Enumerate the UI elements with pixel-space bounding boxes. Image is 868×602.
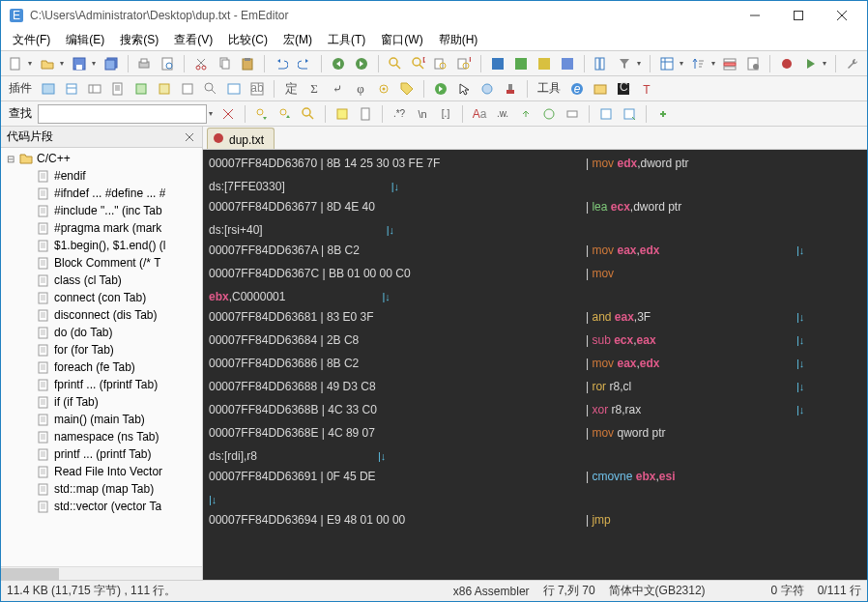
- inc-icon[interactable]: [515, 103, 536, 125]
- tree-item[interactable]: for (for Tab): [1, 341, 202, 358]
- wrap-search-icon[interactable]: [538, 103, 560, 125]
- tag-icon[interactable]: [396, 78, 418, 100]
- save-all-icon[interactable]: [101, 53, 122, 74]
- columns-icon[interactable]: [591, 53, 612, 74]
- menu-tools[interactable]: 工具(T): [320, 30, 373, 50]
- plugin-icon[interactable]: [177, 78, 198, 100]
- cursor-icon[interactable]: [453, 78, 475, 100]
- escape-icon[interactable]: \n: [412, 103, 433, 125]
- case-icon[interactable]: Aa: [469, 103, 490, 125]
- redo-icon[interactable]: [294, 53, 315, 74]
- cut-icon[interactable]: [190, 53, 212, 74]
- sort-icon[interactable]: [688, 53, 709, 74]
- play-icon[interactable]: [799, 53, 821, 74]
- menu-macro[interactable]: 宏(M): [275, 30, 320, 50]
- plugin-icon[interactable]: [107, 78, 129, 100]
- search-input[interactable]: [38, 104, 207, 124]
- dedupe-icon[interactable]: [719, 53, 740, 74]
- record-icon[interactable]: [776, 53, 797, 74]
- menu-view[interactable]: 查看(V): [166, 30, 220, 50]
- sigma-icon[interactable]: Σ: [304, 78, 325, 100]
- dropdown-icon[interactable]: ▾: [92, 59, 99, 68]
- tree-item[interactable]: disconnect (dis Tab): [1, 306, 202, 324]
- bookmark-icon[interactable]: [595, 103, 617, 125]
- tree-item[interactable]: class (cl Tab): [1, 272, 202, 289]
- close-button[interactable]: [820, 1, 863, 30]
- tree-item[interactable]: do (do Tab): [1, 324, 202, 341]
- close-search-icon[interactable]: [217, 103, 239, 125]
- find-icon[interactable]: [385, 53, 406, 74]
- regex-icon[interactable]: .*?: [389, 103, 410, 125]
- print-icon[interactable]: [134, 53, 156, 74]
- phi-icon[interactable]: φ: [350, 78, 371, 100]
- tree-item[interactable]: connect (con Tab): [1, 289, 202, 306]
- find-files-icon[interactable]: [431, 53, 452, 74]
- forward-icon[interactable]: [351, 53, 372, 74]
- code-editor[interactable]: 00007FF84DD63670 | 8B 14 25 30 03 FE 7F|…: [203, 150, 867, 580]
- tree-item[interactable]: namespace (ns Tab): [1, 428, 202, 445]
- status-lang[interactable]: x86 Assembler: [453, 585, 530, 598]
- tree-item[interactable]: std::vector (vector Ta: [1, 498, 202, 515]
- plugin-icon[interactable]: ab: [246, 78, 268, 100]
- tree-item[interactable]: #pragma mark (mark: [1, 219, 202, 237]
- cmd-icon[interactable]: C:\: [613, 78, 634, 100]
- tree-folder[interactable]: ⊟C/C++: [1, 150, 202, 167]
- new-icon[interactable]: [5, 53, 26, 74]
- menu-help[interactable]: 帮助(H): [431, 30, 486, 50]
- undo-icon[interactable]: [271, 53, 292, 74]
- doc-icon[interactable]: [355, 103, 376, 125]
- paste-icon[interactable]: [237, 53, 258, 74]
- tree-item[interactable]: $1.begin(), $1.end() (l: [1, 237, 202, 254]
- advanced-icon[interactable]: [652, 103, 674, 125]
- tab-dup[interactable]: dup.txt: [207, 128, 275, 149]
- bullet-icon[interactable]: [373, 78, 394, 100]
- tree-item[interactable]: Read File Into Vector: [1, 463, 202, 480]
- wrench-icon[interactable]: [842, 53, 863, 74]
- dropdown-icon[interactable]: ▾: [711, 59, 718, 68]
- replace-icon[interactable]: b: [408, 53, 429, 74]
- open-icon[interactable]: [37, 53, 58, 74]
- define-icon[interactable]: 定: [280, 78, 302, 100]
- menu-window[interactable]: 窗口(W): [373, 30, 430, 50]
- tree-item[interactable]: if (if Tab): [1, 393, 202, 411]
- tree-item[interactable]: #include "..." (inc Tab: [1, 202, 202, 219]
- tree-item[interactable]: main() (main Tab): [1, 411, 202, 428]
- dropdown-icon[interactable]: ▾: [209, 109, 216, 118]
- marker-green-icon[interactable]: [510, 53, 532, 74]
- plugin-icon[interactable]: [38, 78, 59, 100]
- dropdown-icon[interactable]: ▾: [60, 59, 67, 68]
- explorer-icon[interactable]: [590, 78, 611, 100]
- panel-close-icon[interactable]: [183, 130, 196, 144]
- dropdown-icon[interactable]: ▾: [28, 59, 35, 68]
- word-icon[interactable]: .w.: [492, 103, 513, 125]
- replace-files-icon[interactable]: b: [453, 53, 475, 74]
- tree-item[interactable]: #ifndef ... #define ... #: [1, 185, 202, 202]
- menu-search[interactable]: 搜索(S): [112, 30, 166, 50]
- find-next-icon[interactable]: [275, 103, 296, 125]
- wrap-icon[interactable]: [487, 53, 508, 74]
- plugin-icon[interactable]: [200, 78, 221, 100]
- text-icon[interactable]: T: [636, 78, 657, 100]
- stamp-icon[interactable]: [500, 78, 521, 100]
- tree-item[interactable]: printf ... (printf Tab): [1, 445, 202, 463]
- dropdown-icon[interactable]: ▾: [637, 59, 644, 68]
- tree-item[interactable]: std::map (map Tab): [1, 480, 202, 498]
- save-icon[interactable]: [69, 53, 90, 74]
- copy-icon[interactable]: [214, 53, 235, 74]
- snippet-tree[interactable]: ⊟C/C++#endif#ifndef ... #define ... ##in…: [1, 148, 202, 566]
- status-enc[interactable]: 简体中文(GB2312): [609, 583, 706, 599]
- ie-icon[interactable]: e: [566, 78, 588, 100]
- tree-item[interactable]: Block Comment (/* T: [1, 254, 202, 272]
- plugin-icon[interactable]: [223, 78, 245, 100]
- back-icon[interactable]: [328, 53, 349, 74]
- numbers-icon[interactable]: [.]: [435, 103, 456, 125]
- globe-link-icon[interactable]: [477, 78, 498, 100]
- scrollbar-horizontal[interactable]: [1, 566, 202, 580]
- marker-blue-icon[interactable]: [557, 53, 578, 74]
- dropdown-icon[interactable]: ▾: [823, 59, 829, 68]
- menu-edit[interactable]: 编辑(E): [58, 30, 112, 50]
- maximize-button[interactable]: [776, 1, 820, 30]
- highlight-icon[interactable]: [332, 103, 353, 125]
- bracket-icon[interactable]: ⤶: [327, 78, 348, 100]
- plugin-icon[interactable]: [130, 78, 152, 100]
